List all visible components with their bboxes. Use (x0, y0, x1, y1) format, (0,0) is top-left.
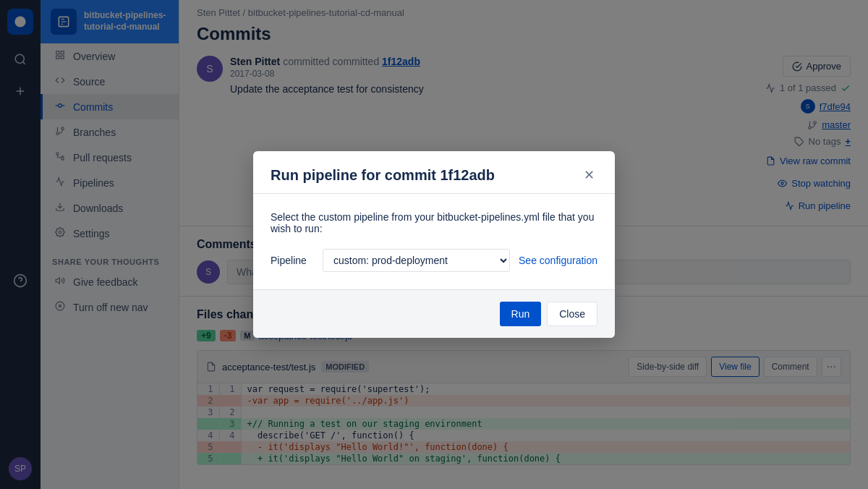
pipeline-field-label: Pipeline (271, 255, 314, 266)
modal-close-button[interactable]: ✕ (581, 166, 597, 184)
modal-header: Run pipeline for commit 1f12adb ✕ (253, 151, 615, 194)
modal-footer: Run Close (253, 289, 615, 338)
modal-description: Select the custom pipeline from your bit… (271, 211, 597, 234)
modal-field: Pipeline custom: prod-deployment See con… (271, 249, 597, 272)
modal-title: Run pipeline for commit 1f12adb (271, 167, 495, 184)
see-configuration-link[interactable]: See configuration (519, 255, 597, 266)
close-modal-button[interactable]: Close (547, 302, 597, 326)
run-button[interactable]: Run (500, 302, 542, 326)
pipeline-select[interactable]: custom: prod-deployment (323, 249, 510, 272)
modal: Run pipeline for commit 1f12adb ✕ Select… (253, 151, 615, 338)
modal-body: Select the custom pipeline from your bit… (253, 194, 615, 289)
modal-overlay[interactable]: Run pipeline for commit 1f12adb ✕ Select… (0, 0, 868, 489)
